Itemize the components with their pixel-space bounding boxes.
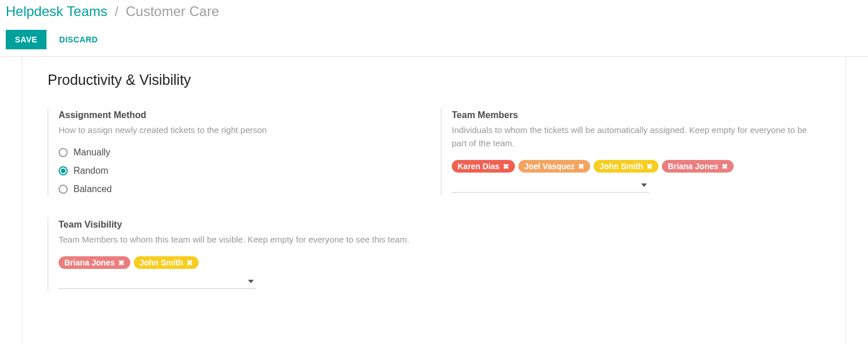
breadcrumb-separator: / — [115, 3, 119, 19]
radio-circle-icon — [59, 148, 68, 157]
tag-remove-icon[interactable]: ✖ — [503, 163, 509, 170]
team-members-input[interactable] — [452, 178, 641, 192]
team-visibility-tags: Briana Jones✖John Smith✖ — [59, 256, 427, 269]
radio-circle-icon — [59, 166, 68, 175]
team-visibility-group: Team Visibility Team Members to whom thi… — [48, 217, 427, 292]
tag-label: Briana Jones — [668, 162, 718, 170]
radio-option-manually[interactable]: Manually — [59, 147, 427, 158]
breadcrumb-current: Customer Care — [126, 3, 219, 19]
radio-circle-icon — [59, 185, 68, 194]
section-title: Productivity & Visibility — [48, 72, 820, 88]
radio-label: Random — [73, 166, 108, 176]
radio-option-random[interactable]: Random — [59, 166, 427, 176]
team-visibility-input[interactable] — [59, 275, 248, 288]
tag-label: John Smith — [599, 162, 643, 170]
tag-label: Briana Jones — [64, 259, 115, 267]
tag-remove-icon[interactable]: ✖ — [646, 163, 653, 170]
tag-label: Joel Vasquez — [524, 162, 575, 170]
assignment-method-title: Assignment Method — [59, 110, 427, 120]
tag[interactable]: John Smith✖ — [594, 160, 658, 173]
assignment-method-radio-list: ManuallyRandomBalanced — [59, 147, 427, 194]
team-members-group: Team Members Individuals to whom the tic… — [441, 108, 820, 195]
team-members-desc: Individuals to whom the tickets will be … — [452, 124, 820, 150]
tag-label: John Smith — [140, 259, 183, 267]
dropdown-caret-icon[interactable] — [641, 183, 647, 187]
toolbar: SAVE DISCARD — [0, 19, 868, 56]
team-members-title: Team Members — [452, 110, 820, 120]
tag-remove-icon[interactable]: ✖ — [722, 163, 728, 170]
team-members-input-row[interactable] — [452, 178, 649, 193]
team-visibility-desc: Team Members to whom this team will be v… — [59, 233, 427, 247]
radio-label: Manually — [73, 147, 110, 158]
radio-label: Balanced — [73, 184, 112, 194]
tag-label: Karen Dias — [458, 162, 499, 170]
tag-remove-icon[interactable]: ✖ — [578, 163, 584, 170]
tag[interactable]: Briana Jones✖ — [662, 160, 734, 173]
form-sheet: Productivity & Visibility Assignment Met… — [22, 57, 846, 343]
tag[interactable]: Karen Dias✖ — [452, 160, 515, 173]
tag[interactable]: John Smith✖ — [134, 256, 199, 269]
team-visibility-input-row[interactable] — [59, 275, 256, 289]
discard-button[interactable]: DISCARD — [59, 30, 98, 49]
save-button[interactable]: SAVE — [6, 30, 46, 49]
tag-remove-icon[interactable]: ✖ — [187, 259, 193, 267]
tag[interactable]: Briana Jones✖ — [59, 256, 130, 269]
breadcrumb: Helpdesk Teams / Customer Care — [0, 0, 868, 19]
tag[interactable]: Joel Vasquez✖ — [518, 160, 590, 173]
tag-remove-icon[interactable]: ✖ — [118, 259, 125, 267]
dropdown-caret-icon[interactable] — [248, 280, 254, 283]
assignment-method-desc: How to assign newly created tickets to t… — [59, 124, 427, 137]
assignment-method-group: Assignment Method How to assign newly cr… — [48, 108, 427, 197]
team-members-tags: Karen Dias✖Joel Vasquez✖John Smith✖Brian… — [452, 160, 820, 173]
team-visibility-title: Team Visibility — [59, 220, 427, 230]
breadcrumb-root-link[interactable]: Helpdesk Teams — [6, 3, 107, 19]
radio-option-balanced[interactable]: Balanced — [59, 184, 427, 194]
